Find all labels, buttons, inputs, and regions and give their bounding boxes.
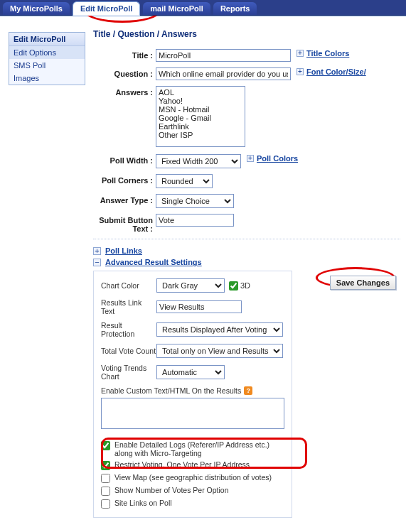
label-answers: Answers : bbox=[93, 86, 156, 97]
checkbox-detailed-logs[interactable] bbox=[101, 441, 110, 450]
checkbox-view-map[interactable] bbox=[101, 474, 110, 483]
page-heading: Title / Question / Answers bbox=[93, 29, 400, 39]
label-restrict-voting: Restrict Voting, One Vote Per IP Address bbox=[114, 460, 250, 469]
checkbox-restrict-voting[interactable] bbox=[101, 461, 110, 470]
label-custom-text: Enable Custom Text/HTML On the Results bbox=[101, 386, 241, 395]
label-total-vote: Total Vote Count bbox=[101, 347, 156, 355]
link-advanced[interactable]: Advanced Result Settings bbox=[105, 258, 202, 266]
link-title-colors[interactable]: Title Colors bbox=[306, 49, 349, 58]
label-submit: Submit Button Text : bbox=[93, 214, 156, 233]
link-poll-colors[interactable]: Poll Colors bbox=[257, 154, 298, 163]
tab-my-micropolls[interactable]: My MicroPolls bbox=[3, 2, 70, 15]
label-voting-trends: Voting Trends Chart bbox=[101, 364, 156, 381]
label-view-map: View Map (see geographic distribution of… bbox=[114, 473, 272, 482]
save-changes-button[interactable]: Save Changes bbox=[330, 276, 396, 290]
label-3d: 3D bbox=[240, 281, 250, 290]
input-question[interactable] bbox=[156, 67, 291, 80]
tab-reports[interactable]: Reports bbox=[213, 2, 257, 15]
select-result-protection[interactable]: Results Displayed After Voting bbox=[156, 322, 283, 337]
checkbox-show-num[interactable] bbox=[101, 487, 110, 496]
label-question: Question : bbox=[93, 67, 156, 78]
select-chart-color[interactable]: Dark Gray bbox=[156, 278, 225, 293]
select-answer-type[interactable]: Single Choice bbox=[156, 194, 234, 208]
checkbox-3d[interactable] bbox=[229, 281, 238, 291]
label-show-num: Show Number of Votes Per Option bbox=[114, 486, 229, 494]
sidebar: Edit MicroPoll Edit Options SMS Poll Ima… bbox=[0, 16, 89, 532]
label-chart-color: Chart Color bbox=[101, 281, 156, 290]
sidebar-item-edit-options[interactable]: Edit Options bbox=[9, 46, 85, 59]
help-icon[interactable]: ? bbox=[244, 386, 252, 395]
input-submit-text[interactable] bbox=[156, 214, 234, 227]
label-detailed-logs: Enable Detailed Logs (Referer/IP Address… bbox=[114, 440, 284, 457]
input-title[interactable] bbox=[156, 49, 291, 62]
label-results-link: Results Link Text bbox=[101, 298, 156, 315]
link-font[interactable]: Font Color/Size/ bbox=[306, 67, 366, 76]
textarea-answers[interactable] bbox=[156, 86, 245, 147]
expand-title-colors-icon[interactable]: + bbox=[297, 50, 304, 57]
main-panel: Title / Question / Answers Title : + Tit… bbox=[89, 16, 406, 532]
select-pollwidth[interactable]: Fixed Width 200 bbox=[156, 154, 241, 168]
expand-polllinks-icon[interactable]: + bbox=[93, 247, 101, 255]
label-result-protection: Result Protection bbox=[101, 321, 156, 338]
collapse-advanced-icon[interactable]: − bbox=[93, 259, 101, 266]
label-atype: Answer Type : bbox=[93, 194, 156, 205]
label-title: Title : bbox=[93, 49, 156, 60]
sidebar-item-images[interactable]: Images bbox=[9, 72, 85, 85]
sidebar-title: Edit MicroPoll bbox=[9, 33, 85, 46]
label-corners: Poll Corners : bbox=[93, 174, 156, 185]
advanced-panel: Chart Color Dark Gray 3D Results Link Te… bbox=[93, 271, 292, 518]
expand-poll-colors-icon[interactable]: + bbox=[247, 155, 254, 162]
link-polllinks[interactable]: Poll Links bbox=[105, 246, 142, 255]
tab-edit-micropoll[interactable]: Edit MicroPoll bbox=[73, 1, 140, 16]
tab-mail-micropoll[interactable]: mail MicroPoll bbox=[143, 2, 210, 15]
divider bbox=[93, 239, 400, 239]
tabbar: My MicroPolls Edit MicroPoll mail MicroP… bbox=[0, 0, 406, 16]
select-corners[interactable]: Rounded bbox=[156, 174, 213, 188]
label-site-links: Site Links on Poll bbox=[114, 499, 172, 507]
input-results-link[interactable] bbox=[156, 300, 242, 313]
textarea-custom-text[interactable] bbox=[101, 398, 284, 429]
label-pollwidth: Poll Width : bbox=[93, 154, 156, 165]
sidebar-item-sms-poll[interactable]: SMS Poll bbox=[9, 59, 85, 72]
expand-font-icon[interactable]: + bbox=[297, 68, 304, 75]
checkbox-site-links[interactable] bbox=[101, 499, 110, 509]
select-total-vote[interactable]: Total only on View and Results bbox=[156, 344, 283, 358]
select-voting-trends[interactable]: Automatic bbox=[156, 365, 225, 379]
